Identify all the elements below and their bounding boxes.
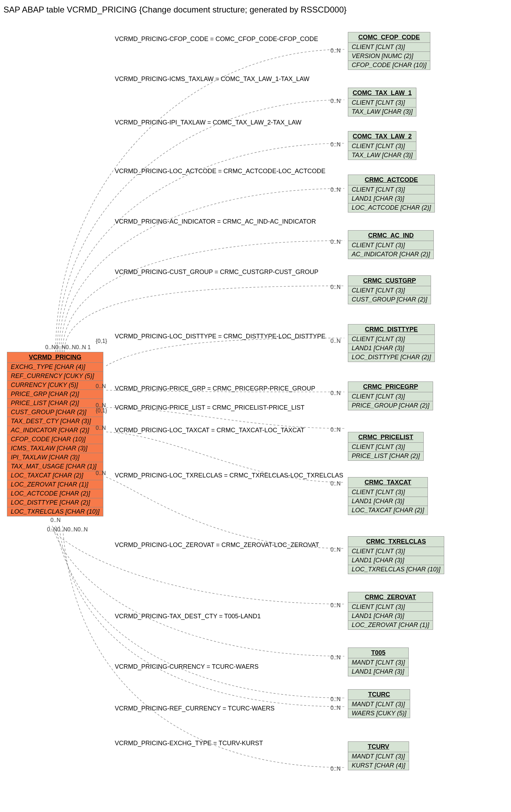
right-cardinality: 0..N bbox=[330, 602, 341, 609]
right-cardinality: 0..N bbox=[330, 284, 341, 290]
right-cardinality: 0..N bbox=[330, 427, 341, 433]
entity-field: LOC_TXRELCLAS [CHAR (10)] bbox=[348, 565, 444, 574]
relation-label: VCRMD_PRICING-TAX_DEST_CTY = T005-LAND1 bbox=[115, 613, 261, 620]
relation-label: VCRMD_PRICING-LOC_ACTCODE = CRMC_ACTCODE… bbox=[115, 168, 326, 175]
related-entity: CRMC_ACTCODECLIENT [CLNT (3)]LAND1 [CHAR… bbox=[348, 175, 435, 212]
entity-field: LOC_TAXCAT [CHAR (2)] bbox=[348, 506, 428, 515]
left-cardinality: 0..N bbox=[96, 470, 106, 476]
entity-field: CLIENT [CLNT (3)] bbox=[348, 241, 433, 250]
relation-label: VCRMD_PRICING-PRICE_LIST = CRMC_PRICELIS… bbox=[115, 404, 304, 411]
relation-label: VCRMD_PRICING-CFOP_CODE = COMC_CFOP_CODE… bbox=[115, 35, 318, 43]
top-left-cardinalities: 0..N0..N0..N0..N 1 bbox=[45, 344, 91, 351]
entity-field: AC_INDICATOR [CHAR (2)] bbox=[7, 426, 103, 435]
relation-label: VCRMD_PRICING-LOC_TXRELCLAS = CRMC_TXREL… bbox=[115, 472, 343, 479]
entity-field: LOC_ZEROVAT [CHAR (1)] bbox=[348, 621, 433, 629]
entity-header: CRMC_AC_IND bbox=[348, 231, 433, 241]
entity-header: CRMC_PRICELIST bbox=[348, 432, 423, 443]
entity-field: CLIENT [CLNT (3)] bbox=[348, 488, 428, 497]
entity-header: CRMC_TAXCAT bbox=[348, 477, 428, 488]
entity-header: CRMC_ZEROVAT bbox=[348, 592, 433, 603]
relation-label: VCRMD_PRICING-IPI_TAXLAW = COMC_TAX_LAW_… bbox=[115, 119, 302, 126]
entity-header: CRMC_TXRELCLAS bbox=[348, 537, 444, 547]
related-entity: TCURCMANDT [CLNT (3)]WAERS [CUKY (5)] bbox=[348, 689, 410, 718]
entity-field: MANDT [CLNT (3)] bbox=[348, 700, 410, 709]
entity-field: LAND1 [CHAR (3)] bbox=[348, 612, 433, 621]
entity-field: LOC_DISTTYPE [CHAR (2)] bbox=[7, 498, 103, 507]
right-cardinality: 0..N bbox=[330, 239, 341, 245]
entity-field: LAND1 [CHAR (3)] bbox=[348, 194, 434, 203]
right-cardinality: 0..N bbox=[330, 98, 341, 104]
entity-field: WAERS [CUKY (5)] bbox=[348, 709, 410, 718]
relation-label: VCRMD_PRICING-LOC_ZEROVAT = CRMC_ZEROVAT… bbox=[115, 541, 319, 549]
related-entity: CRMC_DISTTYPECLIENT [CLNT (3)]LAND1 [CHA… bbox=[348, 324, 435, 362]
related-entity: CRMC_TXRELCLASCLIENT [CLNT (3)]LAND1 [CH… bbox=[348, 536, 444, 574]
related-entity: T005MANDT [CLNT (3)]LAND1 [CHAR (3)] bbox=[348, 648, 409, 676]
entity-field: TAX_DEST_CTY [CHAR (3)] bbox=[7, 417, 103, 426]
entity-field: LAND1 [CHAR (3)] bbox=[348, 556, 444, 565]
entity-field: VERSION [NUMC (2)] bbox=[348, 52, 430, 61]
relation-label: VCRMD_PRICING-REF_CURRENCY = TCURC-WAERS bbox=[115, 705, 274, 712]
entity-field: LOC_ZEROVAT [CHAR (1)] bbox=[7, 480, 103, 489]
relation-label: VCRMD_PRICING-LOC_TAXCAT = CRMC_TAXCAT-L… bbox=[115, 427, 304, 434]
left-cardinality: 0..N bbox=[96, 425, 106, 431]
entity-field: CURRENCY [CUKY (5)] bbox=[7, 381, 103, 390]
relation-label: VCRMD_PRICING-CUST_GROUP = CRMC_CUSTGRP-… bbox=[115, 268, 318, 276]
entity-header: CRMC_PRICEGRP bbox=[348, 382, 433, 392]
right-cardinality: 0..N bbox=[330, 48, 341, 54]
entity-field: CUST_GROUP [CHAR (2)] bbox=[348, 295, 431, 304]
right-cardinality: 0..N bbox=[330, 705, 341, 711]
main-entity: VCRMD_PRICINGEXCHG_TYPE [CHAR (4)]REF_CU… bbox=[7, 352, 103, 516]
entity-field: PRICE_GROUP [CHAR (2)] bbox=[348, 401, 433, 410]
entity-field: TAX_LAW [CHAR (3)] bbox=[348, 151, 416, 160]
inner-card-txrel: 0..N bbox=[50, 517, 61, 523]
related-entity: COMC_CFOP_CODECLIENT [CLNT (3)]VERSION [… bbox=[348, 32, 430, 70]
left-cardinality: {0,1} bbox=[96, 338, 107, 344]
entity-header: COMC_TAX_LAW_2 bbox=[348, 131, 416, 142]
entity-field: LOC_TXRELCLAS [CHAR (10)] bbox=[7, 507, 103, 516]
entity-field: LOC_ACTCODE [CHAR (2)] bbox=[348, 203, 434, 212]
entity-header: COMC_TAX_LAW_1 bbox=[348, 88, 416, 98]
related-entity: CRMC_ZEROVATCLIENT [CLNT (3)]LAND1 [CHAR… bbox=[348, 592, 433, 630]
entity-header: COMC_CFOP_CODE bbox=[348, 32, 430, 43]
relation-label: VCRMD_PRICING-ICMS_TAXLAW = COMC_TAX_LAW… bbox=[115, 75, 310, 83]
entity-field: CLIENT [CLNT (3)] bbox=[348, 443, 423, 452]
related-entity: CRMC_PRICEGRPCLIENT [CLNT (3)]PRICE_GROU… bbox=[348, 381, 433, 410]
page-title: SAP ABAP table VCRMD_PRICING {Change doc… bbox=[3, 5, 511, 15]
entity-header: T005 bbox=[348, 648, 408, 658]
entity-header: CRMC_DISTTYPE bbox=[348, 324, 434, 335]
related-entity: CRMC_AC_INDCLIENT [CLNT (3)]AC_INDICATOR… bbox=[348, 230, 434, 259]
entity-field: LOC_ACTCODE [CHAR (2)] bbox=[7, 489, 103, 498]
entity-field: CLIENT [CLNT (3)] bbox=[348, 286, 431, 295]
entity-field: MANDT [CLNT (3)] bbox=[348, 752, 409, 761]
entity-field: PRICE_LIST [CHAR (2)] bbox=[348, 452, 423, 460]
entity-field: CFOP_CODE [CHAR (10)] bbox=[7, 435, 103, 444]
right-cardinality: 0..N bbox=[330, 390, 341, 396]
entity-field: CFOP_CODE [CHAR (10)] bbox=[348, 61, 430, 70]
entity-field: CLIENT [CLNT (3)] bbox=[348, 142, 416, 151]
entity-field: LOC_TAXCAT [CHAR (2)] bbox=[7, 471, 103, 480]
entity-field: TAX_MAT_USAGE [CHAR (1)] bbox=[7, 462, 103, 471]
entity-field: LOC_DISTTYPE [CHAR (2)] bbox=[348, 353, 434, 362]
entity-field: KURST [CHAR (4)] bbox=[348, 761, 409, 770]
entity-field: LAND1 [CHAR (3)] bbox=[348, 497, 428, 506]
right-cardinality: 0..N bbox=[330, 338, 341, 344]
relation-label: VCRMD_PRICING-LOC_DISTTYPE = CRMC_DISTTY… bbox=[115, 333, 326, 340]
entity-field: CLIENT [CLNT (3)] bbox=[348, 335, 434, 344]
entity-header: TCURC bbox=[348, 690, 410, 700]
entity-header: CRMC_CUSTGRP bbox=[348, 276, 431, 286]
entity-header: TCURV bbox=[348, 742, 409, 752]
right-cardinality: 0..N bbox=[330, 766, 341, 772]
left-cardinality: 0..N bbox=[96, 383, 106, 389]
entity-field: TAX_LAW [CHAR (3)] bbox=[348, 107, 416, 116]
entity-field: ICMS_TAXLAW [CHAR (3)] bbox=[7, 444, 103, 453]
entity-field: EXCHG_TYPE [CHAR (4)] bbox=[7, 363, 103, 372]
relation-label: VCRMD_PRICING-PRICE_GRP = CRMC_PRICEGRP-… bbox=[115, 385, 315, 392]
diagram-canvas: 0..N0..N0..N0..N 1 0..N0..N0..N0..N 0..N… bbox=[3, 18, 508, 811]
related-entity: COMC_TAX_LAW_2CLIENT [CLNT (3)]TAX_LAW [… bbox=[348, 131, 416, 160]
bottom-left-cardinalities: 0..N0..N0..N0..N bbox=[47, 526, 88, 533]
entity-field: LAND1 [CHAR (3)] bbox=[348, 344, 434, 353]
entity-field: MANDT [CLNT (3)] bbox=[348, 658, 408, 667]
entity-field: PRICE_LIST [CHAR (2)] bbox=[7, 399, 103, 408]
relation-label: VCRMD_PRICING-AC_INDICATOR = CRMC_AC_IND… bbox=[115, 218, 316, 225]
entity-field: CLIENT [CLNT (3)] bbox=[348, 603, 433, 612]
